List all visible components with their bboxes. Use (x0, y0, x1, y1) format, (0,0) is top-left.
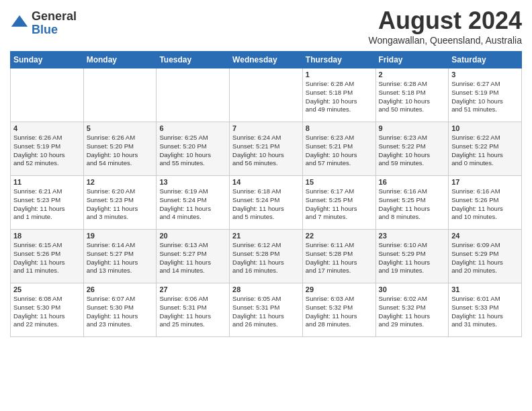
calendar-cell: 5Sunrise: 6:26 AM Sunset: 5:20 PM Daylig… (83, 122, 157, 176)
day-info: Sunrise: 6:26 AM Sunset: 5:20 PM Dayligh… (87, 134, 154, 168)
day-info: Sunrise: 6:13 AM Sunset: 5:27 PM Dayligh… (159, 241, 226, 275)
day-number: 31 (451, 285, 519, 293)
calendar-cell: 31Sunrise: 6:01 AM Sunset: 5:33 PM Dayli… (449, 283, 522, 337)
calendar-table: SundayMondayTuesdayWednesdayThursdayFrid… (10, 51, 522, 337)
day-info: Sunrise: 6:20 AM Sunset: 5:23 PM Dayligh… (87, 187, 154, 222)
calendar-cell: 29Sunrise: 6:03 AM Sunset: 5:32 PM Dayli… (302, 283, 375, 337)
day-number: 24 (451, 232, 519, 240)
day-info: Sunrise: 6:22 AM Sunset: 5:22 PM Dayligh… (451, 134, 519, 168)
day-number: 22 (306, 232, 373, 240)
calendar-cell: 8Sunrise: 6:23 AM Sunset: 5:21 PM Daylig… (302, 122, 375, 176)
calendar-week-row: 18Sunrise: 6:15 AM Sunset: 5:26 PM Dayli… (11, 230, 522, 283)
day-number: 12 (87, 178, 154, 186)
page-header: General Blue August 2024 Wongawallan, Qu… (10, 7, 522, 46)
weekday-header-thursday: Thursday (302, 52, 375, 68)
calendar-cell: 25Sunrise: 6:08 AM Sunset: 5:30 PM Dayli… (11, 283, 84, 337)
day-info: Sunrise: 6:27 AM Sunset: 5:19 PM Dayligh… (451, 80, 519, 114)
day-info: Sunrise: 6:28 AM Sunset: 5:18 PM Dayligh… (306, 80, 373, 114)
day-number: 3 (451, 71, 519, 79)
logo-text: General Blue (32, 10, 77, 37)
weekday-header-sunday: Sunday (11, 52, 84, 68)
day-number: 21 (232, 232, 300, 240)
day-info: Sunrise: 6:19 AM Sunset: 5:24 PM Dayligh… (159, 187, 226, 222)
calendar-cell: 21Sunrise: 6:12 AM Sunset: 5:28 PM Dayli… (230, 230, 303, 283)
calendar-cell: 27Sunrise: 6:06 AM Sunset: 5:31 PM Dayli… (157, 283, 230, 337)
day-number: 9 (379, 124, 446, 132)
day-number: 14 (232, 178, 300, 186)
calendar-cell: 3Sunrise: 6:27 AM Sunset: 5:19 PM Daylig… (449, 68, 522, 122)
weekday-header-saturday: Saturday (449, 52, 522, 68)
calendar-body: 1Sunrise: 6:28 AM Sunset: 5:18 PM Daylig… (11, 68, 522, 337)
calendar-week-row: 25Sunrise: 6:08 AM Sunset: 5:30 PM Dayli… (11, 283, 522, 337)
day-number: 23 (379, 232, 446, 240)
day-number: 17 (451, 178, 519, 186)
day-info: Sunrise: 6:05 AM Sunset: 5:31 PM Dayligh… (232, 295, 300, 329)
calendar-week-row: 4Sunrise: 6:26 AM Sunset: 5:19 PM Daylig… (11, 122, 522, 176)
day-info: Sunrise: 6:10 AM Sunset: 5:29 PM Dayligh… (379, 241, 446, 275)
day-info: Sunrise: 6:24 AM Sunset: 5:21 PM Dayligh… (232, 134, 300, 168)
calendar-cell (83, 68, 157, 122)
weekday-header-tuesday: Tuesday (157, 52, 230, 68)
day-number: 20 (159, 232, 226, 240)
weekday-header-row: SundayMondayTuesdayWednesdayThursdayFrid… (11, 52, 522, 68)
day-number: 8 (306, 124, 373, 132)
calendar-cell (230, 68, 303, 122)
logo-icon (10, 14, 29, 33)
day-info: Sunrise: 6:09 AM Sunset: 5:29 PM Dayligh… (451, 241, 519, 275)
day-number: 15 (306, 178, 373, 186)
day-number: 5 (87, 124, 154, 132)
calendar-cell: 26Sunrise: 6:07 AM Sunset: 5:30 PM Dayli… (83, 283, 157, 337)
calendar-cell: 19Sunrise: 6:14 AM Sunset: 5:27 PM Dayli… (83, 230, 157, 283)
calendar-cell: 7Sunrise: 6:24 AM Sunset: 5:21 PM Daylig… (230, 122, 303, 176)
day-number: 16 (379, 178, 446, 186)
day-number: 25 (13, 285, 81, 293)
day-number: 6 (159, 124, 226, 132)
calendar-cell: 15Sunrise: 6:17 AM Sunset: 5:25 PM Dayli… (302, 176, 375, 230)
calendar-cell: 1Sunrise: 6:28 AM Sunset: 5:18 PM Daylig… (302, 68, 375, 122)
calendar-cell: 23Sunrise: 6:10 AM Sunset: 5:29 PM Dayli… (375, 230, 449, 283)
day-info: Sunrise: 6:18 AM Sunset: 5:24 PM Dayligh… (232, 187, 300, 222)
calendar-cell: 18Sunrise: 6:15 AM Sunset: 5:26 PM Dayli… (11, 230, 84, 283)
day-info: Sunrise: 6:03 AM Sunset: 5:32 PM Dayligh… (306, 295, 373, 329)
day-number: 27 (159, 285, 226, 293)
logo-general: General (32, 10, 77, 24)
calendar-cell: 9Sunrise: 6:23 AM Sunset: 5:22 PM Daylig… (375, 122, 449, 176)
day-info: Sunrise: 6:21 AM Sunset: 5:23 PM Dayligh… (13, 187, 81, 222)
day-number: 18 (13, 232, 81, 240)
calendar-cell: 17Sunrise: 6:16 AM Sunset: 5:26 PM Dayli… (449, 176, 522, 230)
title-section: August 2024 Wongawallan, Queensland, Aus… (368, 7, 522, 46)
day-info: Sunrise: 6:11 AM Sunset: 5:28 PM Dayligh… (306, 241, 373, 275)
logo-blue: Blue (32, 24, 77, 37)
calendar-cell: 12Sunrise: 6:20 AM Sunset: 5:23 PM Dayli… (83, 176, 157, 230)
calendar-cell (11, 68, 84, 122)
day-info: Sunrise: 6:23 AM Sunset: 5:21 PM Dayligh… (306, 134, 373, 168)
day-number: 1 (306, 71, 373, 79)
day-number: 19 (87, 232, 154, 240)
day-number: 13 (159, 178, 226, 186)
day-number: 7 (232, 124, 300, 132)
calendar-header: SundayMondayTuesdayWednesdayThursdayFrid… (11, 52, 522, 68)
day-info: Sunrise: 6:16 AM Sunset: 5:26 PM Dayligh… (451, 187, 519, 222)
day-number: 4 (13, 124, 81, 132)
day-info: Sunrise: 6:06 AM Sunset: 5:31 PM Dayligh… (159, 295, 226, 329)
day-number: 26 (87, 285, 154, 293)
day-info: Sunrise: 6:15 AM Sunset: 5:26 PM Dayligh… (13, 241, 81, 275)
calendar-cell: 10Sunrise: 6:22 AM Sunset: 5:22 PM Dayli… (449, 122, 522, 176)
calendar-cell: 14Sunrise: 6:18 AM Sunset: 5:24 PM Dayli… (230, 176, 303, 230)
day-info: Sunrise: 6:16 AM Sunset: 5:25 PM Dayligh… (379, 187, 446, 222)
day-number: 28 (232, 285, 300, 293)
day-info: Sunrise: 6:07 AM Sunset: 5:30 PM Dayligh… (87, 295, 154, 329)
day-info: Sunrise: 6:14 AM Sunset: 5:27 PM Dayligh… (87, 241, 154, 275)
day-info: Sunrise: 6:25 AM Sunset: 5:20 PM Dayligh… (159, 134, 226, 168)
calendar-cell: 24Sunrise: 6:09 AM Sunset: 5:29 PM Dayli… (449, 230, 522, 283)
calendar-cell (157, 68, 230, 122)
location-subtitle: Wongawallan, Queensland, Australia (368, 35, 522, 46)
day-info: Sunrise: 6:26 AM Sunset: 5:19 PM Dayligh… (13, 134, 81, 168)
day-number: 11 (13, 178, 81, 186)
calendar-cell: 30Sunrise: 6:02 AM Sunset: 5:32 PM Dayli… (375, 283, 449, 337)
calendar-cell: 20Sunrise: 6:13 AM Sunset: 5:27 PM Dayli… (157, 230, 230, 283)
day-info: Sunrise: 6:01 AM Sunset: 5:33 PM Dayligh… (451, 295, 519, 329)
calendar-week-row: 1Sunrise: 6:28 AM Sunset: 5:18 PM Daylig… (11, 68, 522, 122)
weekday-header-monday: Monday (83, 52, 157, 68)
calendar-cell: 4Sunrise: 6:26 AM Sunset: 5:19 PM Daylig… (11, 122, 84, 176)
